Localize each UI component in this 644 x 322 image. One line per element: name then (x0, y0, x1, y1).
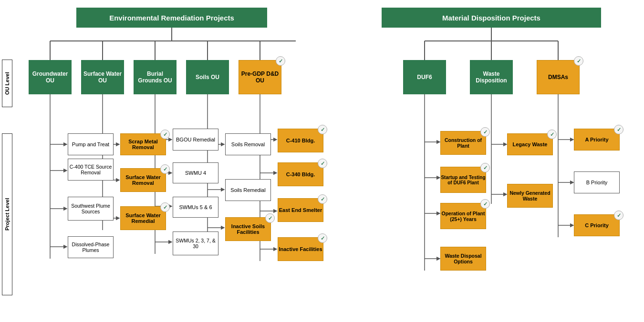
proj-dissolved-phase: Dissolved-Phase Plumes (68, 236, 114, 258)
proj-c400-tce: C-400 TCE Source Removal (68, 159, 114, 181)
ou-dmsas: DMSAs ✓ (537, 60, 580, 94)
check-c-priority: ✓ (614, 211, 623, 220)
check-dmsas: ✓ (574, 56, 583, 66)
check-operation: ✓ (480, 199, 490, 209)
proj-legacy-waste: Legacy Waste ✓ (507, 133, 553, 155)
proj-swmu4: SWMU 4 (173, 162, 218, 183)
proj-waste-disposal-options: Waste Disposal Options (440, 247, 486, 271)
ou-surface-water: Surface Water OU (81, 60, 124, 94)
proj-soils-removal: Soils Removal (225, 133, 271, 155)
side-label-project: Project Level (2, 133, 12, 295)
env-header: Environmental Remediation Projects (76, 8, 267, 28)
check-scrap-metal: ✓ (160, 130, 170, 139)
check-startup: ✓ (480, 163, 490, 172)
check-pre-gdp: ✓ (276, 56, 285, 66)
proj-a-priority: A Priority ✓ (574, 129, 620, 151)
check-construction: ✓ (480, 127, 490, 137)
check-legacy-waste: ✓ (547, 130, 557, 139)
proj-sw-remedial: Surface Water Remedial ✓ (120, 206, 166, 230)
ou-groundwater: Groundwater OU (29, 60, 72, 94)
ou-waste-disposition: Waste Disposition (470, 60, 513, 94)
proj-bgou-remedial: BGOU Remedial (173, 129, 218, 151)
proj-sw-plume: Southwest Plume Sources (68, 197, 114, 221)
ou-duf6: DUF6 (403, 60, 446, 94)
proj-swmu56: SWMUs 5 & 6 (173, 197, 218, 218)
side-label-ou: OU Level (2, 60, 12, 107)
proj-operation: Operation of Plant (25+) Years ✓ (440, 203, 486, 229)
check-inactive-facilities: ✓ (318, 233, 327, 243)
proj-east-end: East End Smelter ✓ (278, 198, 323, 222)
proj-newly-generated: Newly Generated Waste (507, 184, 553, 208)
proj-b-priority: B Priority (574, 171, 620, 193)
proj-c340: C-340 Bldg. ✓ (278, 162, 323, 186)
check-sw-remedial: ✓ (160, 202, 170, 212)
ou-soils: Soils OU (186, 60, 229, 94)
proj-inactive-facilities: Inactive Facilities ✓ (278, 237, 323, 261)
proj-pump-treat: Pump and Treat (68, 133, 114, 155)
proj-soils-remedial: Soils Remedial (225, 179, 271, 201)
proj-startup: Startup and Testing of DUF6 Plant ✓ (440, 167, 486, 193)
check-c340: ✓ (318, 159, 327, 168)
mat-header: Material Disposition Projects (382, 8, 601, 28)
proj-sw-removal: Surface Water Removal ✓ (120, 168, 166, 192)
check-sw-removal: ✓ (160, 164, 170, 174)
proj-c410: C-410 Bldg. ✓ (278, 129, 323, 152)
ou-pre-gdp: Pre-GDP D&D OU ✓ (239, 60, 281, 94)
check-east-end: ✓ (318, 194, 327, 204)
check-inactive-soils: ✓ (265, 213, 275, 223)
proj-scrap-metal: Scrap Metal Removal ✓ (120, 133, 166, 155)
check-c410: ✓ (318, 125, 327, 134)
proj-c-priority: C Priority ✓ (574, 214, 620, 236)
proj-inactive-soils: Inactive Soils Facilities ✓ (225, 217, 271, 241)
check-a-priority: ✓ (614, 125, 623, 134)
proj-swmu-others: SWMUs 2, 3, 7, & 30 (173, 231, 218, 255)
proj-construction: Construction of Plant ✓ (440, 131, 486, 155)
ou-burial-grounds: Burial Grounds OU (134, 60, 177, 94)
